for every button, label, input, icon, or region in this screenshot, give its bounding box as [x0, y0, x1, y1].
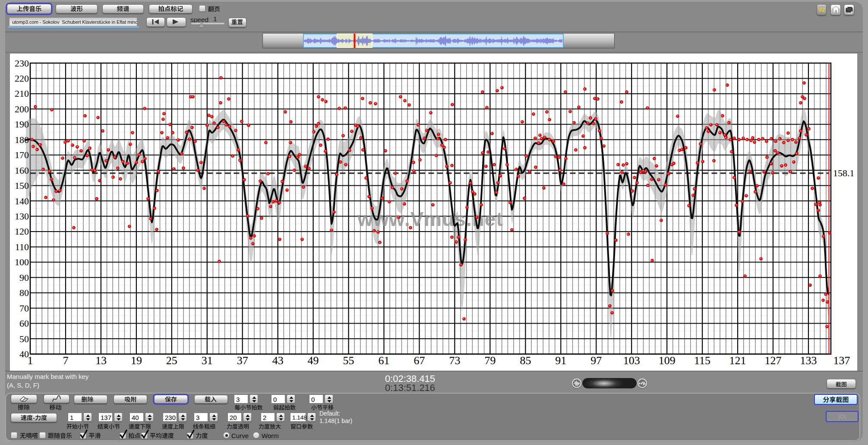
svg-text:1: 1	[28, 354, 33, 367]
svg-text:67: 67	[414, 354, 425, 367]
svg-text:91: 91	[555, 354, 566, 367]
svg-text:37: 37	[237, 354, 248, 367]
svg-text:50: 50	[19, 334, 29, 344]
svg-text:100: 100	[15, 257, 29, 267]
svg-text:85: 85	[520, 354, 531, 367]
svg-text:150: 150	[15, 180, 29, 191]
svg-text:90: 90	[19, 272, 29, 283]
svg-text:13: 13	[95, 354, 107, 367]
svg-text:97: 97	[590, 354, 602, 367]
svg-text:70: 70	[19, 303, 29, 314]
svg-text:73: 73	[449, 354, 460, 367]
svg-text:180: 180	[15, 134, 29, 145]
svg-text:120: 120	[15, 226, 29, 237]
svg-text:160: 160	[15, 165, 29, 176]
svg-text:60: 60	[19, 318, 29, 329]
svg-text:230: 230	[15, 58, 29, 69]
svg-text:49: 49	[308, 354, 319, 367]
svg-text:7: 7	[63, 354, 69, 367]
svg-text:43: 43	[272, 354, 284, 367]
svg-text:110: 110	[15, 242, 29, 252]
svg-text:200: 200	[15, 104, 29, 114]
svg-text:220: 220	[15, 73, 29, 84]
svg-text:170: 170	[15, 149, 29, 160]
svg-text:210: 210	[15, 88, 29, 99]
svg-text:103: 103	[623, 354, 640, 367]
svg-text:61: 61	[379, 354, 390, 367]
svg-text:127: 127	[765, 354, 782, 367]
svg-text:158.1: 158.1	[833, 168, 855, 178]
svg-text:55: 55	[343, 354, 354, 367]
svg-text:19: 19	[131, 354, 142, 367]
svg-text:25: 25	[166, 354, 177, 367]
svg-text:133: 133	[800, 354, 817, 367]
svg-text:137: 137	[833, 354, 850, 367]
svg-text:140: 140	[15, 196, 29, 207]
svg-text:115: 115	[694, 354, 710, 367]
svg-text:190: 190	[15, 119, 29, 130]
svg-text:79: 79	[484, 354, 496, 367]
svg-text:31: 31	[202, 354, 213, 367]
svg-text:130: 130	[15, 211, 29, 222]
svg-text:109: 109	[659, 354, 675, 367]
svg-text:121: 121	[729, 354, 746, 367]
svg-text:80: 80	[19, 287, 29, 298]
